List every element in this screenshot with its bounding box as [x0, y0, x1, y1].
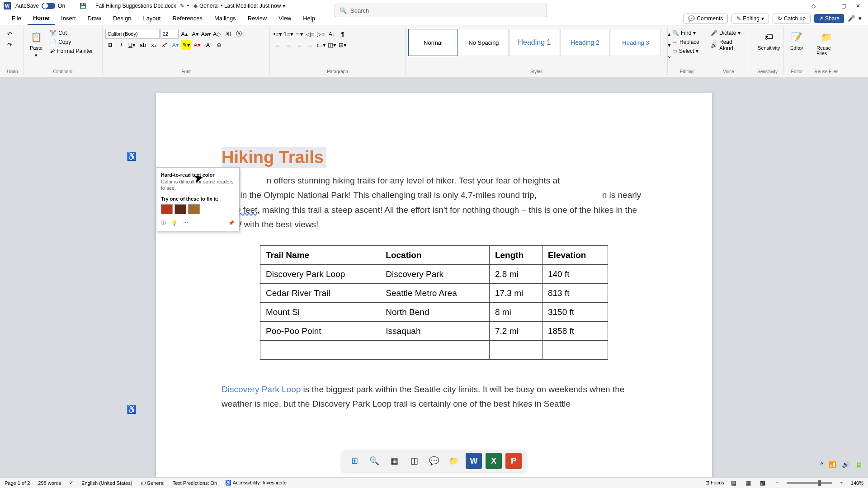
- tab-review[interactable]: Review: [242, 12, 273, 24]
- enclose-chars-button[interactable]: Ⓐ: [234, 29, 244, 39]
- th-trail[interactable]: Trail Name: [260, 246, 380, 265]
- find-button[interactable]: 🔍Find▾: [670, 29, 698, 37]
- chevron-down-icon[interactable]: ▾: [859, 15, 862, 22]
- doc-heading[interactable]: Hiking Trails: [222, 147, 326, 168]
- superscript-button[interactable]: x²: [160, 40, 170, 50]
- save-icon[interactable]: 💾: [80, 3, 86, 9]
- print-layout-icon[interactable]: ▦: [743, 478, 753, 488]
- numbering-button[interactable]: 1≡▾: [283, 29, 293, 39]
- doc-paragraph-2[interactable]: Discovery Park Loop is the biggest park …: [222, 382, 646, 412]
- bold-button[interactable]: B: [105, 40, 115, 50]
- select-button[interactable]: ▭Select▾: [670, 47, 700, 55]
- style-heading1[interactable]: Heading 1: [509, 29, 559, 56]
- reuse-files-button[interactable]: 📁Reuse Files: [813, 29, 840, 58]
- status-language[interactable]: English (United States): [81, 480, 132, 486]
- align-center-button[interactable]: ≡: [283, 40, 293, 50]
- increase-font-button[interactable]: A▴: [179, 29, 189, 39]
- tray-volume-icon[interactable]: 🔊: [842, 461, 849, 468]
- th-length[interactable]: Length: [489, 246, 542, 265]
- font-name-select[interactable]: [105, 29, 160, 39]
- status-accessibility[interactable]: ♿ Accessibility: Investigate: [225, 480, 287, 486]
- explorer-icon[interactable]: 📁: [446, 453, 462, 469]
- taskbar-search-icon[interactable]: 🔍: [366, 453, 382, 469]
- status-page[interactable]: Page 1 of 2: [5, 480, 30, 486]
- zoom-in-button[interactable]: +: [836, 478, 846, 488]
- font-size-select[interactable]: [160, 29, 179, 39]
- read-mode-icon[interactable]: ▤: [729, 478, 739, 488]
- popup-lightbulb-icon[interactable]: 💡: [171, 220, 178, 226]
- replace-button[interactable]: ↔Replace: [670, 38, 701, 46]
- tab-layout[interactable]: Layout: [137, 12, 166, 24]
- shading-button[interactable]: ◫▾: [327, 40, 337, 50]
- sensitivity-button[interactable]: 🏷Sensitivity: [754, 29, 784, 52]
- strikethrough-button[interactable]: ab: [138, 40, 148, 50]
- tab-view[interactable]: View: [273, 12, 297, 24]
- tab-help[interactable]: Help: [297, 12, 321, 24]
- close-button[interactable]: ✕: [852, 1, 864, 10]
- undo-button[interactable]: ↶: [5, 29, 14, 39]
- line-spacing-button[interactable]: ↕≡▾: [316, 40, 326, 50]
- tab-file[interactable]: File: [6, 12, 27, 24]
- zoom-level[interactable]: 140%: [851, 480, 863, 486]
- decrease-indent-button[interactable]: ◁≡: [305, 29, 315, 39]
- popup-pin-icon[interactable]: 📌: [228, 220, 235, 226]
- zoom-out-button[interactable]: −: [772, 478, 782, 488]
- popup-info-icon[interactable]: ⓘ: [161, 220, 166, 226]
- clear-formatting-button[interactable]: A◇: [212, 29, 222, 39]
- share-button[interactable]: ↗Share: [814, 14, 844, 23]
- tab-home[interactable]: Home: [28, 12, 55, 25]
- web-layout-icon[interactable]: ▩: [758, 478, 768, 488]
- style-no-spacing[interactable]: No Spacing: [459, 29, 509, 56]
- chat-icon[interactable]: 💬: [426, 453, 442, 469]
- tab-design[interactable]: Design: [108, 12, 137, 24]
- sort-button[interactable]: A↓: [327, 29, 337, 39]
- style-heading3[interactable]: Heading 3: [611, 29, 660, 56]
- document-title[interactable]: Fall Hiking Suggestions Doc.docx: [95, 3, 176, 9]
- text-effects-button[interactable]: A▾: [170, 40, 180, 50]
- italic-button[interactable]: I: [116, 40, 126, 50]
- th-location[interactable]: Location: [380, 246, 490, 265]
- align-left-button[interactable]: ≡: [273, 40, 283, 50]
- minimize-button[interactable]: ─: [823, 1, 835, 10]
- tab-insert[interactable]: Insert: [56, 12, 81, 24]
- tray-chevron-icon[interactable]: ^: [820, 461, 823, 468]
- catchup-button[interactable]: ↻Catch up: [773, 14, 811, 23]
- trails-table[interactable]: Trail Name Location Length Elevation Dis…: [260, 245, 608, 360]
- read-aloud-button[interactable]: 🔊Read Aloud: [709, 38, 748, 52]
- show-marks-button[interactable]: ¶: [338, 29, 348, 39]
- status-spellcheck-icon[interactable]: ✓: [69, 480, 73, 486]
- autosave-toggle[interactable]: [42, 3, 55, 9]
- subscript-button[interactable]: x₂: [149, 40, 159, 50]
- comments-button[interactable]: 💬Comments: [683, 14, 728, 23]
- search-input[interactable]: 🔍 Search: [335, 4, 547, 17]
- paste-button[interactable]: 📋 Paste▾: [26, 29, 46, 60]
- diamond-icon[interactable]: ◇: [811, 3, 816, 9]
- doc-subheading[interactable]: Discovery Park Loop: [222, 385, 301, 394]
- style-heading2[interactable]: Heading 2: [560, 29, 610, 56]
- status-label[interactable]: 🏷 General: [141, 480, 165, 486]
- format-painter-button[interactable]: 🖌Format Painter: [48, 47, 94, 55]
- taskbar-word-icon[interactable]: W: [466, 453, 482, 469]
- color-swatch-1[interactable]: [161, 204, 173, 214]
- tray-wifi-icon[interactable]: 📶: [829, 461, 836, 468]
- cut-button[interactable]: ✂️Cut: [48, 29, 94, 37]
- start-button[interactable]: ⊞: [346, 453, 363, 469]
- maximize-button[interactable]: ▢: [837, 1, 850, 10]
- accessibility-marker-icon[interactable]: ♿: [127, 151, 137, 161]
- th-elevation[interactable]: Elevation: [542, 246, 608, 265]
- decrease-font-button[interactable]: A▾: [190, 29, 200, 39]
- justify-button[interactable]: ≡: [305, 40, 315, 50]
- status-predictions[interactable]: Text Predictions: On: [173, 480, 217, 486]
- tray-battery-icon[interactable]: 🔋: [855, 461, 863, 468]
- multilevel-button[interactable]: ≣▾: [294, 29, 304, 39]
- document-page[interactable]: Hiking Trails Washingtonn offers stunnin…: [156, 93, 712, 477]
- style-normal[interactable]: Normal: [408, 29, 458, 56]
- borders-button[interactable]: ⊞▾: [338, 40, 348, 50]
- color-swatch-2[interactable]: [175, 204, 186, 214]
- color-swatch-3[interactable]: [188, 204, 200, 214]
- tab-draw[interactable]: Draw: [82, 12, 107, 24]
- font-color-button[interactable]: A▾: [192, 40, 202, 50]
- widgets-icon[interactable]: ◫: [406, 453, 422, 469]
- editing-mode-button[interactable]: ✎Editing▾: [731, 14, 769, 23]
- increase-indent-button[interactable]: ▷≡: [316, 29, 326, 39]
